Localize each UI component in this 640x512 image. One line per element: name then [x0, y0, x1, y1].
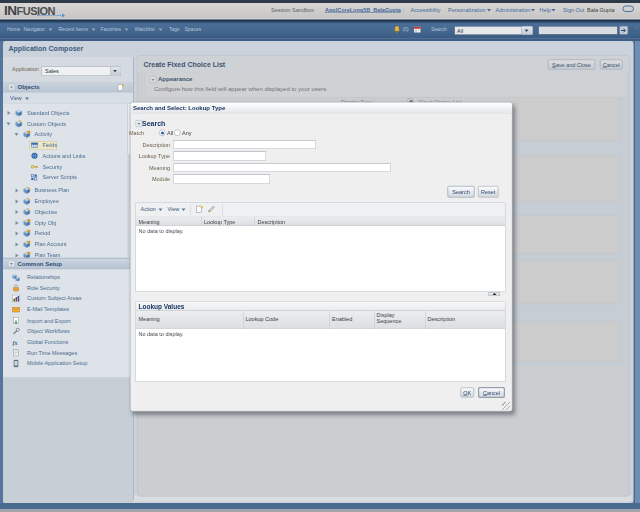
svg-text:fx: fx [13, 340, 18, 346]
